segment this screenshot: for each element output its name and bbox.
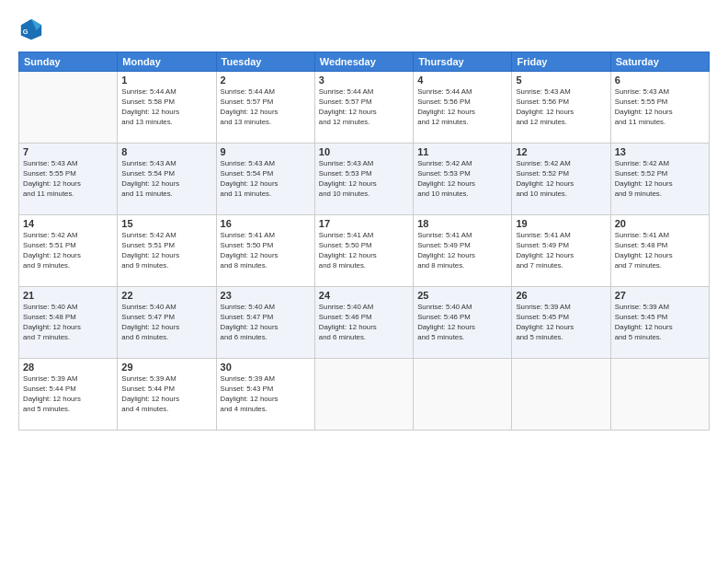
header: G [18,17,710,42]
day-number: 7 [23,146,113,157]
calendar-cell: 18Sunrise: 5:41 AM Sunset: 5:49 PM Dayli… [414,215,512,287]
day-number: 28 [23,362,113,373]
calendar-cell: 8Sunrise: 5:43 AM Sunset: 5:54 PM Daylig… [118,144,216,215]
calendar-week-row: 14Sunrise: 5:42 AM Sunset: 5:51 PM Dayli… [19,215,710,287]
calendar-header-row: SundayMondayTuesdayWednesdayThursdayFrid… [19,52,710,72]
day-info: Sunrise: 5:41 AM Sunset: 5:50 PM Dayligh… [221,231,311,271]
calendar-cell: 16Sunrise: 5:41 AM Sunset: 5:50 PM Dayli… [216,215,314,287]
calendar-header-thursday: Thursday [414,52,512,72]
day-info: Sunrise: 5:43 AM Sunset: 5:55 PM Dayligh… [23,159,113,200]
calendar-cell: 22Sunrise: 5:40 AM Sunset: 5:47 PM Dayli… [118,287,216,359]
calendar-week-row: 21Sunrise: 5:40 AM Sunset: 5:48 PM Dayli… [19,287,710,359]
calendar-header-monday: Monday [118,52,216,72]
day-number: 29 [121,362,211,373]
day-info: Sunrise: 5:39 AM Sunset: 5:45 PM Dayligh… [516,303,606,343]
calendar-header-friday: Friday [512,52,610,72]
day-number: 18 [417,218,507,229]
day-info: Sunrise: 5:40 AM Sunset: 5:47 PM Dayligh… [221,303,311,343]
day-info: Sunrise: 5:43 AM Sunset: 5:56 PM Dayligh… [516,87,606,128]
day-number: 23 [221,290,311,301]
calendar-cell: 6Sunrise: 5:43 AM Sunset: 5:55 PM Daylig… [610,72,709,144]
calendar-cell: 4Sunrise: 5:44 AM Sunset: 5:56 PM Daylig… [414,72,512,144]
day-info: Sunrise: 5:43 AM Sunset: 5:54 PM Dayligh… [121,159,211,200]
calendar-cell: 19Sunrise: 5:41 AM Sunset: 5:49 PM Dayli… [512,215,610,287]
calendar-cell: 21Sunrise: 5:40 AM Sunset: 5:48 PM Dayli… [19,287,118,359]
calendar-cell: 27Sunrise: 5:39 AM Sunset: 5:45 PM Dayli… [610,287,709,359]
calendar-cell: 20Sunrise: 5:41 AM Sunset: 5:48 PM Dayli… [610,215,709,287]
day-info: Sunrise: 5:40 AM Sunset: 5:48 PM Dayligh… [23,303,113,343]
day-info: Sunrise: 5:42 AM Sunset: 5:52 PM Dayligh… [516,159,606,200]
day-number: 12 [516,146,606,157]
calendar-cell: 9Sunrise: 5:43 AM Sunset: 5:54 PM Daylig… [216,144,314,215]
day-number: 21 [23,290,113,301]
day-info: Sunrise: 5:43 AM Sunset: 5:55 PM Dayligh… [615,87,705,128]
day-number: 24 [319,290,409,301]
day-number: 25 [417,290,507,301]
day-info: Sunrise: 5:39 AM Sunset: 5:43 PM Dayligh… [221,374,311,415]
calendar-cell: 11Sunrise: 5:42 AM Sunset: 5:53 PM Dayli… [414,144,512,215]
day-info: Sunrise: 5:40 AM Sunset: 5:46 PM Dayligh… [319,303,409,343]
day-number: 11 [417,146,507,157]
day-info: Sunrise: 5:43 AM Sunset: 5:53 PM Dayligh… [319,159,409,200]
day-info: Sunrise: 5:44 AM Sunset: 5:56 PM Dayligh… [417,87,507,128]
day-number: 8 [121,146,211,157]
svg-text:G: G [23,28,28,36]
day-number: 27 [615,290,705,301]
calendar-cell [19,72,118,144]
day-number: 14 [23,218,113,229]
day-info: Sunrise: 5:42 AM Sunset: 5:51 PM Dayligh… [121,231,211,271]
calendar-cell: 13Sunrise: 5:42 AM Sunset: 5:52 PM Dayli… [610,144,709,215]
calendar-cell: 12Sunrise: 5:42 AM Sunset: 5:52 PM Dayli… [512,144,610,215]
page: G SundayMondayTuesdayWednesdayThursdayFr… [0,0,728,563]
calendar-cell: 15Sunrise: 5:42 AM Sunset: 5:51 PM Dayli… [118,215,216,287]
day-info: Sunrise: 5:40 AM Sunset: 5:47 PM Dayligh… [121,303,211,343]
calendar-header-sunday: Sunday [19,52,118,72]
calendar-week-row: 7Sunrise: 5:43 AM Sunset: 5:55 PM Daylig… [19,144,710,215]
day-number: 2 [221,75,311,86]
day-info: Sunrise: 5:42 AM Sunset: 5:53 PM Dayligh… [417,159,507,200]
calendar-cell: 10Sunrise: 5:43 AM Sunset: 5:53 PM Dayli… [314,144,413,215]
day-number: 4 [417,75,507,86]
calendar-cell: 5Sunrise: 5:43 AM Sunset: 5:56 PM Daylig… [512,72,610,144]
day-info: Sunrise: 5:41 AM Sunset: 5:48 PM Dayligh… [615,231,705,271]
calendar-cell [610,359,709,431]
day-info: Sunrise: 5:44 AM Sunset: 5:57 PM Dayligh… [221,87,311,128]
day-info: Sunrise: 5:40 AM Sunset: 5:46 PM Dayligh… [417,303,507,343]
day-info: Sunrise: 5:42 AM Sunset: 5:52 PM Dayligh… [615,159,705,200]
day-number: 10 [319,146,409,157]
day-number: 9 [221,146,311,157]
day-info: Sunrise: 5:44 AM Sunset: 5:57 PM Dayligh… [319,87,409,128]
calendar-cell: 7Sunrise: 5:43 AM Sunset: 5:55 PM Daylig… [19,144,118,215]
day-number: 6 [615,75,705,86]
calendar-cell: 25Sunrise: 5:40 AM Sunset: 5:46 PM Dayli… [414,287,512,359]
day-info: Sunrise: 5:39 AM Sunset: 5:44 PM Dayligh… [23,374,113,415]
day-number: 20 [615,218,705,229]
calendar-table: SundayMondayTuesdayWednesdayThursdayFrid… [18,52,710,431]
calendar-cell: 24Sunrise: 5:40 AM Sunset: 5:46 PM Dayli… [314,287,413,359]
day-number: 15 [121,218,211,229]
logo: G [18,17,48,42]
day-info: Sunrise: 5:41 AM Sunset: 5:49 PM Dayligh… [516,231,606,271]
day-number: 19 [516,218,606,229]
calendar-cell: 26Sunrise: 5:39 AM Sunset: 5:45 PM Dayli… [512,287,610,359]
calendar-cell: 17Sunrise: 5:41 AM Sunset: 5:50 PM Dayli… [314,215,413,287]
day-number: 17 [319,218,409,229]
calendar-cell: 1Sunrise: 5:44 AM Sunset: 5:58 PM Daylig… [118,72,216,144]
day-info: Sunrise: 5:43 AM Sunset: 5:54 PM Dayligh… [221,159,311,200]
calendar-header-saturday: Saturday [610,52,709,72]
calendar-cell [414,359,512,431]
calendar-cell [314,359,413,431]
calendar-week-row: 1Sunrise: 5:44 AM Sunset: 5:58 PM Daylig… [19,72,710,144]
calendar-cell [512,359,610,431]
calendar-cell: 23Sunrise: 5:40 AM Sunset: 5:47 PM Dayli… [216,287,314,359]
day-info: Sunrise: 5:44 AM Sunset: 5:58 PM Dayligh… [121,87,211,128]
day-number: 1 [121,75,211,86]
day-number: 26 [516,290,606,301]
day-number: 16 [221,218,311,229]
calendar-header-wednesday: Wednesday [314,52,413,72]
calendar-cell: 14Sunrise: 5:42 AM Sunset: 5:51 PM Dayli… [19,215,118,287]
logo-icon: G [18,17,44,42]
calendar-cell: 2Sunrise: 5:44 AM Sunset: 5:57 PM Daylig… [216,72,314,144]
day-info: Sunrise: 5:39 AM Sunset: 5:45 PM Dayligh… [615,303,705,343]
day-number: 3 [319,75,409,86]
